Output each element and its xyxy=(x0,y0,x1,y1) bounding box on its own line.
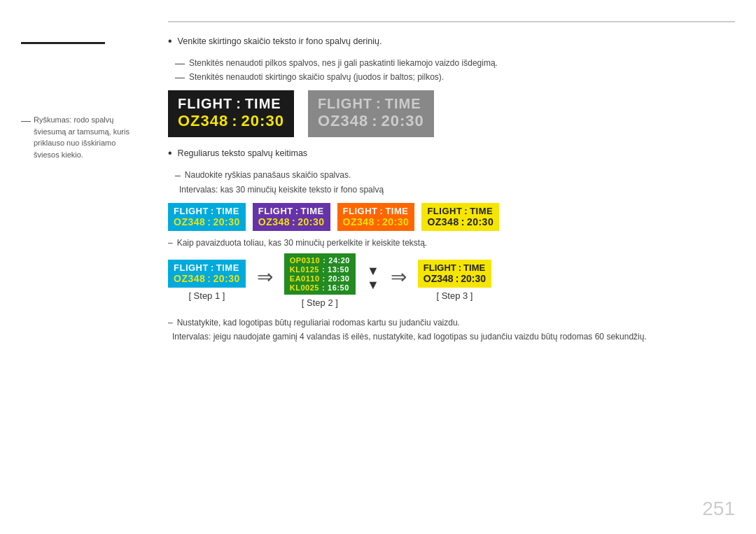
step1-board-bot: OZ348 : 20:30 xyxy=(174,273,240,284)
sidebar: — Ryškumas: rodo spalvų šviesumą ar tams… xyxy=(0,0,147,534)
sb-orange-sep2: : xyxy=(377,216,380,227)
step1-board-top: FLIGHT : TIME xyxy=(174,262,240,273)
step3-sep2: : xyxy=(456,273,459,284)
step2-t2: 13:50 xyxy=(328,265,349,274)
board-black-bot-colon: : xyxy=(232,112,237,130)
step1-num: OZ348 xyxy=(174,273,205,284)
sidebar-note-text: Ryškumas: rodo spalvų šviesumą ar tamsum… xyxy=(34,114,133,160)
step3-sep1: : xyxy=(458,262,461,273)
scroll-dash-note: – Kaip pavaizduota toliau, kas 30 minuči… xyxy=(168,238,735,248)
step2-board: OP0310 : 24:20 KL0125 : 13:50 EA0110 : 2… xyxy=(284,253,356,295)
sidebar-note-container: — Ryškumas: rodo spalvų šviesumą ar tams… xyxy=(21,114,133,160)
sb-yellow-time: TIME xyxy=(470,206,493,216)
step2-sep2: : xyxy=(322,265,325,274)
bullet-regular-text: Reguliarus teksto spalvų keitimas xyxy=(178,148,308,158)
small-board-cyan-top: FLIGHT : TIME xyxy=(174,206,240,216)
step2-row-2: KL0125 : 13:50 xyxy=(290,265,350,274)
bullet-item-1: • Venkite skirtingo skaičio teksto ir fo… xyxy=(168,36,735,47)
step3-block: FLIGHT : TIME OZ348 : 20:30 [ Step 3 ] xyxy=(418,260,491,301)
dash-char-2: — xyxy=(175,71,185,83)
arrow-2: ⇒ xyxy=(391,265,407,288)
dash-char-1: — xyxy=(175,57,185,69)
step1-block: FLIGHT : TIME OZ348 : 20:30 [ Step 1 ] xyxy=(168,260,246,301)
board-black-top-row: FLIGHT : TIME xyxy=(178,96,284,112)
board-black-top-colon: : xyxy=(236,96,241,112)
dash-item-2: — Stenkitės nenaudoti skirtingo skaičio … xyxy=(175,71,735,83)
sb-orange-time: TIME xyxy=(385,206,408,216)
sb-yellow-sep2: : xyxy=(461,216,465,227)
steps-row: FLIGHT : TIME OZ348 : 20:30 [ Step 1 ] ⇒ xyxy=(168,253,735,308)
step2-label: [ Step 2 ] xyxy=(302,297,338,308)
sb-cyan-sep2: : xyxy=(207,216,211,227)
sb-purple-sep2: : xyxy=(292,216,295,227)
note-dash-char-1: – xyxy=(168,316,173,329)
sb-purple-num: OZ348 xyxy=(258,216,290,227)
scroll-dash-text: Kaip pavaizduota toliau, kas 30 minučių … xyxy=(177,238,428,248)
board-gray-top-colon: : xyxy=(376,96,382,112)
bullet-list-regular: • Reguliarus teksto spalvų keitimas xyxy=(168,148,735,160)
step2-block: OP0310 : 24:20 KL0125 : 13:50 EA0110 : 2… xyxy=(284,253,356,308)
sb-orange-val: 20:30 xyxy=(382,216,409,227)
step3-num: OZ348 xyxy=(424,273,454,284)
step2-t1: 24:20 xyxy=(328,256,350,265)
bullet-dot-regular: • xyxy=(168,148,172,159)
sb-yellow-sep1: : xyxy=(464,206,468,216)
down-arrows: ▼ ▼ xyxy=(367,265,379,291)
step1-sep1: : xyxy=(211,262,214,273)
step3-label: [ Step 3 ] xyxy=(436,290,472,301)
notes-section: – Nustatykite, kad logotipas būtų reguli… xyxy=(168,316,735,344)
step2-f3: EA0110 xyxy=(290,274,320,283)
step2-t3: 20:30 xyxy=(328,274,350,283)
board-gray-flight-num: OZ348 xyxy=(318,112,368,130)
step1-flight: FLIGHT xyxy=(174,262,209,273)
dash-text-1: Stenkitės nenaudoti pilkos spalvos, nes … xyxy=(189,57,498,69)
step2-f4: KL0025 xyxy=(290,283,319,292)
sb-purple-sep1: : xyxy=(295,206,299,216)
dash-regular-text-2: Intervalas: kas 30 minučių keiskite teks… xyxy=(179,183,384,196)
step3-board-top: FLIGHT : TIME xyxy=(424,262,486,273)
board-black-bottom-row: OZ348 : 20:30 xyxy=(178,112,284,130)
sb-yellow-val: 20:30 xyxy=(467,216,493,227)
step2-f2: KL0125 xyxy=(290,265,319,274)
board-black-time-val: 20:30 xyxy=(241,112,284,130)
sb-purple-flight: FLIGHT xyxy=(258,206,293,216)
step2-row-4: KL0025 : 16:50 xyxy=(290,283,350,292)
sb-purple-time: TIME xyxy=(301,206,324,216)
sb-cyan-val: 20:30 xyxy=(213,216,239,227)
board-gray-flight: FLIGHT xyxy=(318,96,372,112)
small-board-cyan-bot: OZ348 : 20:30 xyxy=(174,216,240,227)
step1-label: [ Step 1 ] xyxy=(188,290,225,301)
large-boards-row: FLIGHT : TIME OZ348 : 20:30 FLIGHT : TIM… xyxy=(168,90,735,137)
small-board-orange-bot: OZ348 : 20:30 xyxy=(343,216,410,227)
board-black-time-label: TIME xyxy=(245,96,281,112)
step2-f1: OP0310 xyxy=(290,256,320,265)
small-board-purple-top: FLIGHT : TIME xyxy=(258,206,325,216)
bullet-regular: • Reguliarus teksto spalvų keitimas xyxy=(168,148,735,159)
step2-sep4: : xyxy=(322,283,325,292)
sb-cyan-time: TIME xyxy=(216,206,239,216)
bullet-dot-1: • xyxy=(168,36,172,47)
board-gray-bot-colon: : xyxy=(372,112,377,130)
note-dash-item-1: – Nustatykite, kad logotipas būtų reguli… xyxy=(168,316,735,329)
dash-regular-text-1: Naudokite ryškias panašaus skaičio spalv… xyxy=(185,169,351,181)
board-black-flight: FLIGHT xyxy=(178,96,232,112)
scroll-dash-char: – xyxy=(168,238,173,248)
step1-sep2: : xyxy=(207,273,211,284)
dash-regular-2: Intervalas: kas 30 minučių keiskite teks… xyxy=(175,183,735,196)
note-dash-item-2: Intervalas: jeigu naudojate gaminį 4 val… xyxy=(168,330,735,343)
small-board-yellow-bot: OZ348 : 20:30 xyxy=(427,216,493,227)
step3-board: FLIGHT : TIME OZ348 : 20:30 xyxy=(418,260,491,288)
board-gray-bottom-row: OZ348 : 20:30 xyxy=(318,112,424,130)
board-gray-time-val: 20:30 xyxy=(381,112,424,130)
main-content: • Venkite skirtingo skaičio teksto ir fo… xyxy=(147,0,756,534)
sb-yellow-num: OZ348 xyxy=(427,216,458,227)
small-board-yellow-top: FLIGHT : TIME xyxy=(427,206,493,216)
step3-time-label: TIME xyxy=(463,262,485,273)
sb-cyan-sep1: : xyxy=(211,206,214,216)
sb-orange-flight: FLIGHT xyxy=(343,206,378,216)
sidebar-top-line xyxy=(21,42,105,44)
sb-cyan-flight: FLIGHT xyxy=(174,206,209,216)
down-arrow-2: ▼ xyxy=(367,279,379,291)
sidebar-dash-char: — xyxy=(21,114,31,128)
board-gray-time-label: TIME xyxy=(385,96,421,112)
